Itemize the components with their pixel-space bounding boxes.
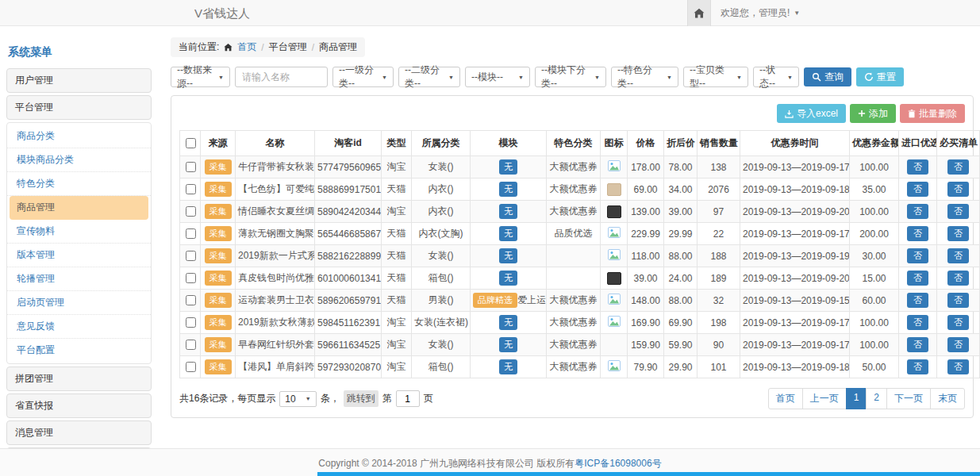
sidebar-item[interactable]: 启动页管理 <box>7 291 151 315</box>
must-buy-toggle[interactable]: 否 <box>947 226 969 241</box>
caret-down-icon: ▼ <box>448 75 454 80</box>
pagination-bar: 共16条记录，每页显示 10 ▼ 条， 跳转到 第 页 首页上一页12下一页末页 <box>179 388 965 409</box>
sidebar-group[interactable]: 用户管理 <box>6 68 152 93</box>
page-button[interactable]: 上一页 <box>802 388 847 409</box>
row-checkbox-cell <box>180 356 201 378</box>
search-button-label: 查询 <box>824 71 844 83</box>
page-button[interactable]: 下一页 <box>886 388 931 409</box>
page-button[interactable]: 末页 <box>930 388 965 409</box>
import-choice-toggle[interactable]: 否 <box>907 204 928 219</box>
discount-price-cell: 88.00 <box>664 290 698 312</box>
category-cell: 女装(连衣裙) <box>412 312 471 334</box>
row-checkbox[interactable] <box>186 228 196 239</box>
sidebar-item[interactable]: 商品分类 <box>7 125 151 148</box>
import-choice-toggle[interactable]: 否 <box>907 226 928 241</box>
sidebar-item[interactable]: 宣传物料 <box>7 220 151 244</box>
icon-cell <box>601 178 628 201</box>
user-menu[interactable]: 欢迎您，管理员! ▼ <box>711 0 809 26</box>
filter-select[interactable]: --数据来源--▼ <box>171 67 230 87</box>
type-cell: 淘宝 <box>382 356 412 378</box>
import-excel-button[interactable]: 导入excel <box>777 104 846 123</box>
coupon-amount-cell: 15.00 <box>850 267 899 290</box>
category-cell: 箱包() <box>412 267 471 290</box>
filter-select[interactable]: --二级分类--▼ <box>398 67 460 87</box>
filter-select[interactable]: --特色分类--▼ <box>611 67 678 87</box>
row-checkbox[interactable] <box>186 162 196 172</box>
import-choice-toggle[interactable]: 否 <box>907 293 928 308</box>
row-checkbox[interactable] <box>186 206 196 217</box>
sidebar-item[interactable]: 意见反馈 <box>7 315 151 339</box>
jump-to-button[interactable]: 跳转到 <box>344 390 379 407</box>
copyright-text: Copyright © 2014-2018 广州九驰网络科技有限公司 版权所有 <box>318 458 575 469</box>
add-button[interactable]: 添加 <box>850 104 896 123</box>
sidebar-item[interactable]: 平台配置 <box>7 339 151 362</box>
sales-cell: 2076 <box>698 178 740 201</box>
import-choice-toggle[interactable]: 否 <box>907 182 928 197</box>
module-badge: 品牌精选 <box>473 293 517 308</box>
column-header: 优惠券金额 <box>850 131 899 156</box>
sidebar-group[interactable]: 消息管理 <box>6 420 152 445</box>
row-checkbox[interactable] <box>186 273 196 283</box>
import-choice-toggle[interactable]: 否 <box>907 359 928 374</box>
import-choice-toggle[interactable]: 否 <box>907 159 928 175</box>
sidebar-item[interactable]: 模块商品分类 <box>7 148 151 172</box>
filter-select[interactable]: --模块--▼ <box>465 67 530 87</box>
row-checkbox[interactable] <box>186 362 196 372</box>
import-choice-toggle[interactable]: 否 <box>907 315 928 330</box>
sidebar-group[interactable]: 省直快报 <box>6 393 152 418</box>
must-buy-toggle[interactable]: 否 <box>947 271 969 286</box>
type-cell: 天猫 <box>382 223 412 245</box>
sidebar-item[interactable]: 版本管理 <box>7 244 151 267</box>
page-number-input[interactable] <box>396 390 420 407</box>
breadcrumb-home-link[interactable]: 首页 <box>237 40 256 54</box>
sidebar-group[interactable]: 拼团管理 <box>6 367 152 391</box>
row-checkbox[interactable] <box>186 295 196 305</box>
filter-select[interactable]: --状态--▼ <box>753 67 799 87</box>
search-button[interactable]: 查询 <box>804 67 851 86</box>
category-cell: 内衣() <box>412 178 471 201</box>
row-checkbox[interactable] <box>186 317 196 328</box>
must-buy-toggle[interactable]: 否 <box>947 204 969 219</box>
import-choice-toggle[interactable]: 否 <box>907 337 928 352</box>
select-all-checkbox[interactable] <box>186 138 196 148</box>
sidebar-item[interactable]: 商品管理 <box>10 196 148 220</box>
must-buy-toggle[interactable]: 否 <box>947 359 969 374</box>
row-checkbox[interactable] <box>186 251 196 261</box>
type-cell: 天猫 <box>382 290 412 312</box>
price-cell: 118.00 <box>628 245 664 267</box>
icp-link[interactable]: 粤ICP备16098006号 <box>575 458 661 469</box>
import-choice-toggle[interactable]: 否 <box>907 248 928 263</box>
filter-select[interactable]: --模块下分类--▼ <box>535 67 606 87</box>
table-row: 采集【港风】单肩斜跨链条...597293020870淘宝箱包()无大额优惠券7… <box>180 356 980 378</box>
must-buy-toggle[interactable]: 否 <box>947 293 969 308</box>
sidebar-group[interactable]: 平台管理 <box>6 95 152 120</box>
reset-button[interactable]: 重置 <box>856 67 904 86</box>
batch-delete-button[interactable]: 批量删除 <box>900 104 965 123</box>
filter-select[interactable]: --一级分类--▼ <box>332 67 394 87</box>
page-size-select[interactable]: 10 ▼ <box>279 391 316 407</box>
must-buy-toggle[interactable]: 否 <box>947 248 969 263</box>
page-unit-text: 页 <box>424 392 433 405</box>
table-row: 采集早春网红针织外套女春...596611634525淘宝女装()无大额优惠券1… <box>180 334 980 356</box>
caret-down-icon: ▼ <box>518 75 524 80</box>
page-button[interactable]: 2 <box>866 388 887 409</box>
filter-select[interactable]: --宝贝类型--▼ <box>683 67 748 87</box>
page-button[interactable]: 首页 <box>768 388 803 409</box>
must-buy-toggle[interactable]: 否 <box>947 315 969 330</box>
row-checkbox[interactable] <box>186 184 196 194</box>
name-cell: 【七色纺】可爱纯棉家... <box>236 178 315 201</box>
must-buy-toggle[interactable]: 否 <box>947 159 969 175</box>
column-header: 进口优选 <box>899 131 937 156</box>
must-buy-toggle[interactable]: 否 <box>947 337 969 352</box>
must-buy-toggle[interactable]: 否 <box>947 182 969 197</box>
source-cell: 采集 <box>201 334 236 356</box>
import-choice-cell: 否 <box>899 178 937 201</box>
import-choice-toggle[interactable]: 否 <box>907 271 928 286</box>
home-button[interactable] <box>687 0 711 26</box>
sidebar-item[interactable]: 轮播管理 <box>7 267 151 291</box>
icon-cell <box>601 267 628 290</box>
sidebar-item[interactable]: 特色分类 <box>7 172 151 196</box>
name-search-input[interactable] <box>235 67 328 87</box>
page-button[interactable]: 1 <box>846 388 867 409</box>
row-checkbox[interactable] <box>186 340 196 350</box>
